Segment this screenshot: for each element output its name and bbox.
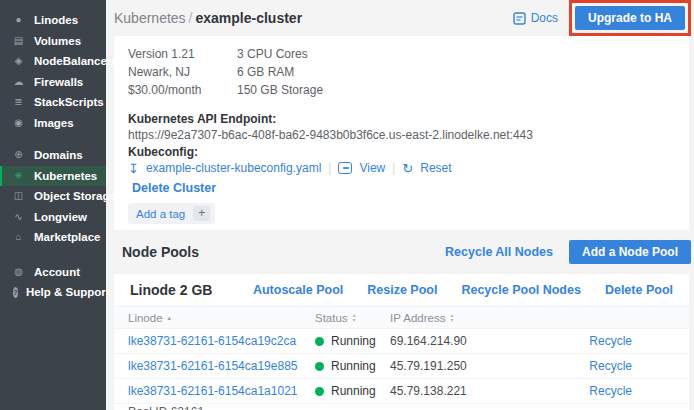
node-link[interactable]: lke38731-62161-6154ca1a1021 [128,384,315,398]
node-pools-title: Node Pools [122,244,445,260]
recycle-pool-nodes-button[interactable]: Recycle Pool Nodes [461,283,581,297]
sidebar-group-account: ◍ Account ? Help & Support [0,262,106,303]
node-status: Running [315,384,390,398]
node-link[interactable]: lke38731-62161-6154ca19c2ca [128,334,315,348]
resize-pool-button[interactable]: Resize Pool [367,283,437,297]
breadcrumb: Kubernetes/example-cluster [114,10,513,26]
breadcrumb-section[interactable]: Kubernetes [114,10,186,26]
recycle-node-button[interactable]: Recycle [565,334,675,348]
sidebar-item-label: Images [34,117,74,129]
domains-icon: ⊕ [11,150,26,160]
page-header: Kubernetes/example-cluster Docs Upgrade … [106,0,694,36]
kubeconfig-row: ↧ example-cluster-kubeconfig.yaml | ••• … [128,159,675,177]
stackscripts-icon: ≣ [11,97,26,107]
linode-icon: ● [11,15,26,25]
table-row: lke38731-62161-6154ca19e885 Running 45.7… [114,354,689,379]
sidebar-item-volumes[interactable]: ▤ Volumes [0,31,106,52]
autoscale-pool-button[interactable]: Autoscale Pool [253,283,343,297]
kubeconfig-view-link[interactable]: View [359,161,385,175]
breadcrumb-separator: / [186,10,196,26]
cluster-cpu: 3 CPU Cores [237,45,675,63]
cluster-price: $30.00/month [128,81,237,99]
sidebar-item-label: Marketplace [34,231,100,243]
column-header-linode[interactable]: Linode ▴ [128,312,315,324]
recycle-node-button[interactable]: Recycle [565,384,675,398]
status-running-icon [315,387,324,396]
divider: | [392,161,395,175]
api-endpoint-label: Kubernetes API Endpoint: [128,112,675,126]
delete-cluster-button[interactable]: Delete Cluster [128,181,216,197]
status-label: Running [331,334,376,348]
sidebar-item-linodes[interactable]: ● Linodes [0,10,106,31]
sort-icon: ▴▾ [353,313,356,323]
column-label: Status [315,312,348,324]
main-content: Kubernetes/example-cluster Docs Upgrade … [106,0,694,410]
pool-name: Linode 2 GB [130,282,229,298]
plus-icon: + [193,206,210,221]
column-header-status[interactable]: Status ▴▾ [315,312,390,324]
sidebar-item-object-storage[interactable]: ◫ Object Storage [0,186,106,207]
view-icon: ••• [338,162,352,174]
cluster-storage: 150 GB Storage [237,81,675,99]
sidebar-item-label: Account [34,266,80,278]
status-label: Running [331,359,376,373]
recycle-node-button[interactable]: Recycle [565,359,675,373]
kubeconfig-reset-link[interactable]: Reset [420,161,451,175]
longview-icon: ∿ [11,212,26,222]
object-storage-icon: ◫ [11,191,26,201]
sidebar-item-images[interactable]: ◉ Images [0,113,106,134]
cluster-specs: Version 1.21 3 CPU Cores Newark, NJ 6 GB… [128,36,675,99]
sidebar-item-firewalls[interactable]: ☁ Firewalls [0,72,106,93]
pool-id: Pool ID 62161 [114,404,689,410]
sidebar-item-label: Firewalls [34,76,83,88]
sidebar-item-label: Linodes [34,14,78,26]
docs-link[interactable]: Docs [513,11,558,25]
cluster-summary-card: Version 1.21 3 CPU Cores Newark, NJ 6 GB… [114,36,689,230]
firewall-icon: ☁ [11,77,26,87]
node-status: Running [315,334,390,348]
kubernetes-icon: ✳ [11,171,26,181]
download-icon: ↧ [128,162,139,175]
status-running-icon [315,337,324,346]
sidebar-item-account[interactable]: ◍ Account [0,262,106,283]
node-ip: 45.79.191.250 [390,359,565,373]
kubeconfig-file-link[interactable]: example-cluster-kubeconfig.yaml [146,161,321,175]
delete-pool-button[interactable]: Delete Pool [605,283,673,297]
help-icon: ? [13,287,18,298]
sidebar-item-stackscripts[interactable]: ≣ StackScripts [0,92,106,113]
sidebar-item-domains[interactable]: ⊕ Domains [0,145,106,166]
node-pools-header: Node Pools Recycle All Nodes Add a Node … [106,230,694,274]
reset-icon: ↻ [402,162,413,175]
column-label: IP Address [390,312,445,324]
sidebar-item-marketplace[interactable]: ⌂ Marketplace [0,227,106,248]
sidebar: ● Linodes ▤ Volumes ◈ NodeBalancers ☁ Fi… [0,0,106,410]
node-status: Running [315,359,390,373]
status-running-icon [315,362,324,371]
sidebar-item-help-support[interactable]: ? Help & Support [0,282,106,303]
sort-icon: ▴▾ [450,313,453,323]
recycle-all-nodes-button[interactable]: Recycle All Nodes [445,245,553,259]
column-header-ip-address[interactable]: IP Address ▴▾ [390,312,565,324]
images-icon: ◉ [11,118,26,128]
add-node-pool-button[interactable]: Add a Node Pool [569,240,691,264]
sidebar-group-compute: ● Linodes ▤ Volumes ◈ NodeBalancers ☁ Fi… [0,10,106,133]
sidebar-group-services: ⊕ Domains ✳ Kubernetes ◫ Object Storage … [0,145,106,248]
add-tag-button[interactable]: Add a tag + [128,203,215,224]
api-endpoint-value: https://9e2a7307-b6ac-408f-ba62-9483b0b3… [128,128,675,143]
sidebar-item-longview[interactable]: ∿ Longview [0,207,106,228]
node-link[interactable]: lke38731-62161-6154ca19e885 [128,359,315,373]
sidebar-item-label: Volumes [34,35,81,47]
sidebar-item-label: StackScripts [34,96,104,108]
pool-header: Linode 2 GB Autoscale Pool Resize Pool R… [114,274,689,306]
status-label: Running [331,384,376,398]
sidebar-item-kubernetes[interactable]: ✳ Kubernetes [0,166,106,187]
upgrade-to-ha-button[interactable]: Upgrade to HA [575,6,685,30]
node-pool-card: Linode 2 GB Autoscale Pool Resize Pool R… [114,274,689,410]
sidebar-item-label: Object Storage [34,190,116,202]
node-ip: 69.164.214.90 [390,334,565,348]
divider: | [328,161,331,175]
breadcrumb-current: example-cluster [196,10,303,26]
sidebar-item-nodebalancers[interactable]: ◈ NodeBalancers [0,51,106,72]
cluster-region: Newark, NJ [128,63,237,81]
table-row: lke38731-62161-6154ca19c2ca Running 69.1… [114,329,689,354]
